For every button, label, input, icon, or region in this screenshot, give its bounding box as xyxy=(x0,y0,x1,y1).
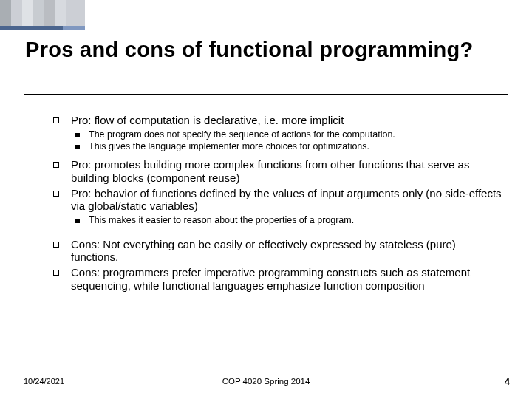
slide-decoration xyxy=(0,0,85,26)
bullet-level2: The program does not specify the sequenc… xyxy=(50,129,504,140)
bullet-level2: This gives the language implementer more… xyxy=(50,141,504,152)
title-rule xyxy=(24,94,508,95)
bullet-level1: Cons: programmers prefer imperative prog… xyxy=(50,266,504,292)
footer-page-number: 4 xyxy=(505,376,510,387)
slide-body: Pro: flow of computation is declarative,… xyxy=(50,114,504,294)
bullet-level1: Pro: behavior of functions defined by th… xyxy=(50,187,504,213)
bullet-level1: Pro: flow of computation is declarative,… xyxy=(50,114,504,127)
bullet-level1: Cons: Not everything can be easily or ef… xyxy=(50,238,504,264)
footer-course: COP 4020 Spring 2014 xyxy=(0,377,532,386)
bullet-level1: Pro: promotes building more complex func… xyxy=(50,158,504,184)
bullet-level2: This makes it easier to reason about the… xyxy=(50,215,504,226)
slide-title: Pros and cons of functional programming? xyxy=(25,37,474,63)
